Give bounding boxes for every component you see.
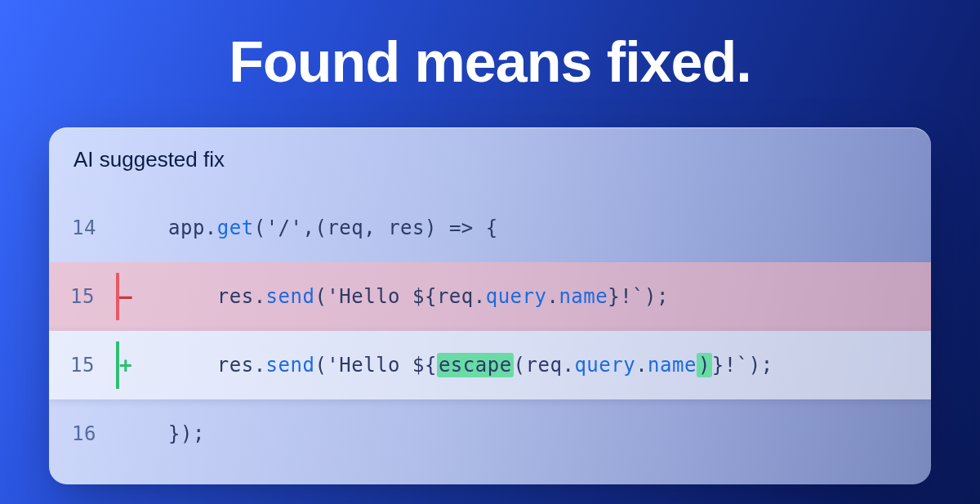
plus-icon: +	[119, 353, 132, 377]
code-token: .	[254, 285, 266, 308]
code-token-string: 'Hello ${	[327, 354, 437, 377]
code-token: (	[254, 216, 266, 239]
diff-marker-added: +	[119, 353, 168, 377]
code-token-string: 'Hello ${	[327, 285, 437, 308]
code-token: (	[314, 285, 327, 308]
code-token	[168, 354, 217, 377]
code-token: req	[437, 285, 474, 308]
code-token-highlight: escape	[437, 353, 514, 377]
code-token-method: get	[217, 216, 254, 239]
card-title: AI suggested fix	[49, 127, 931, 194]
code-token: (	[514, 354, 526, 377]
code-token-prop: name	[648, 354, 697, 377]
code-line-added: 15 + res.send('Hello ${escape(req.query.…	[49, 331, 931, 399]
suggested-fix-card: AI suggested fix 14 app.get('/',(req, re…	[49, 127, 931, 484]
code-token-method: send	[266, 285, 315, 308]
code-token: .	[635, 354, 648, 377]
code-line-16: 16 });	[49, 399, 931, 468]
code-token: res	[217, 354, 254, 377]
code-token-prop: query	[574, 354, 635, 377]
code-line-removed: 15 – res.send('Hello ${req.query.name}!`…	[49, 262, 931, 331]
code-token: req	[526, 354, 563, 377]
code-token: );	[749, 354, 773, 377]
code-line-14: 14 app.get('/',(req, res) => {	[49, 194, 931, 262]
code-token: .	[474, 285, 486, 308]
code-token-highlight: )	[697, 353, 712, 377]
code-token: (req, res)	[314, 216, 437, 239]
minus-icon: –	[119, 284, 132, 309]
code-content: });	[168, 399, 931, 468]
code-token: res	[217, 285, 254, 308]
code-token: {	[486, 216, 498, 239]
code-token: =>	[437, 216, 486, 239]
code-token-string: '/'	[266, 216, 303, 239]
code-token: .	[562, 354, 574, 377]
line-number: 14	[49, 216, 119, 239]
code-token: app	[168, 216, 205, 239]
code-content: res.send('Hello ${escape(req.query.name)…	[168, 331, 931, 399]
code-token: });	[168, 422, 205, 445]
line-number: 16	[49, 422, 119, 445]
code-token: .	[205, 216, 217, 239]
line-number: 15	[49, 273, 119, 320]
code-token-string: }!`	[712, 354, 749, 377]
code-token	[168, 285, 217, 308]
code-token: (	[314, 354, 327, 377]
code-token: .	[546, 285, 559, 308]
line-number: 15	[49, 341, 119, 389]
code-token: .	[254, 354, 266, 377]
code-content: app.get('/',(req, res) => {	[168, 194, 931, 262]
diff-marker-removed: –	[119, 284, 168, 309]
code-token: ,	[302, 216, 314, 239]
hero-headline: Found means fixed.	[0, 0, 980, 127]
code-token-method: send	[266, 354, 315, 377]
code-token: );	[644, 285, 669, 308]
code-content: res.send('Hello ${req.query.name}!`);	[168, 262, 931, 331]
code-token-prop: query	[486, 285, 547, 308]
code-token-prop: name	[559, 285, 608, 308]
code-token-string: }!`	[608, 285, 644, 308]
